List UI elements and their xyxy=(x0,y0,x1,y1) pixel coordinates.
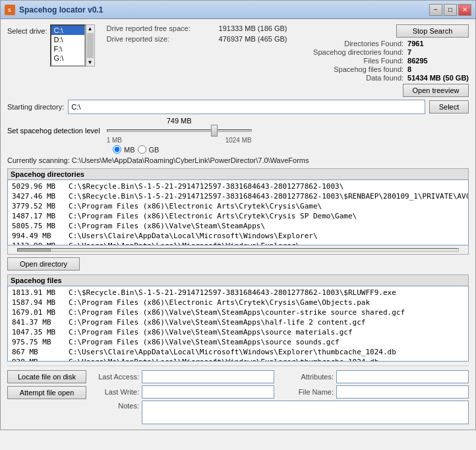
mb-radio[interactable] xyxy=(113,145,121,154)
list-item[interactable]: 975.75 MB C:\Program Files (x86)\Valve\S… xyxy=(11,337,465,347)
file-name-label: File Name: xyxy=(287,388,334,396)
file-action-buttons: Locate file on disk Attempt file open xyxy=(7,370,86,399)
spacehog-files-listbox[interactable]: 1813.91 MB C:\$Recycle.Bin\S-1-5-21-2914… xyxy=(7,286,469,362)
gb-radio[interactable] xyxy=(138,145,146,154)
stats-panel: Stop Search Directories Found: 7961 Spac… xyxy=(313,24,469,97)
starting-dir-label: Starting directory: xyxy=(7,103,64,111)
list-item[interactable]: 3427.46 MB C:\$Recycle.Bin\S-1-5-21-2914… xyxy=(11,191,465,201)
open-treeview-button[interactable]: Open treeview xyxy=(403,84,469,97)
drive-size-row: Drive reported size: 476937 MB (465 GB) xyxy=(107,35,309,43)
spacehog-files-inner: 1813.91 MB C:\$Recycle.Bin\S-1-5-21-2914… xyxy=(8,286,468,362)
close-button[interactable]: ✕ xyxy=(458,4,471,16)
file-meta-panel: Last Access: Attributes: Last Write: Fil… xyxy=(93,370,469,424)
slider-container: 749 MB 1 MB 1024 MB xyxy=(107,117,252,144)
list-item[interactable]: 1679.01 MB C:\Program Files (x86)\Valve\… xyxy=(11,307,465,317)
dirs-h-thumb xyxy=(18,249,51,251)
drive-dropdown[interactable]: C:\ D:\ F:\ G:\ ▲ ▼ xyxy=(50,24,95,67)
list-item[interactable]: 1487.17 MB C:\Program Files (x86)\Electr… xyxy=(11,211,465,221)
list-item[interactable]: 841.37 MB C:\Program Files (x86)\Valve\S… xyxy=(11,317,465,327)
list-item[interactable]: 867 MB C:\Users\Claire\AppData\Local\Mic… xyxy=(11,347,465,357)
maximize-button[interactable]: □ xyxy=(444,4,457,16)
spacehog-files-label: Spacehog files found: xyxy=(313,65,403,73)
detection-label: Set spacehog detection level xyxy=(7,127,100,135)
stop-search-button[interactable]: Stop Search xyxy=(396,24,469,38)
slider-section: Set spacehog detection level 749 MB 1 MB… xyxy=(7,117,469,144)
list-item[interactable]: 1813.91 MB C:\$Recycle.Bin\S-1-5-21-2914… xyxy=(11,288,465,298)
slider-thumb[interactable] xyxy=(211,125,218,137)
slider-value: 749 MB xyxy=(167,117,192,125)
last-write-input[interactable] xyxy=(142,385,274,399)
attributes-row: Attributes: xyxy=(287,370,469,383)
dirs-found-value: 7961 xyxy=(407,40,469,48)
slider-track xyxy=(107,125,252,137)
list-item[interactable]: 3779.52 MB C:\Program Files (x86)\Electr… xyxy=(11,201,465,211)
scroll-up-arrow[interactable]: ▲ xyxy=(88,26,93,32)
bottom-inner: Locate file on disk Attempt file open La… xyxy=(7,370,469,424)
select-button[interactable]: Select xyxy=(429,100,469,113)
attributes-input[interactable] xyxy=(336,370,469,383)
svg-text:S: S xyxy=(8,8,11,13)
bottom-section: Locate file on disk Attempt file open La… xyxy=(7,366,469,424)
scroll-thumb xyxy=(87,33,94,58)
open-dir-section: Open directory xyxy=(7,257,469,271)
list-item[interactable]: 5805.75 MB C:\Program Files (x86)\Valve\… xyxy=(11,221,465,231)
spacehog-files-header: Spacehog files xyxy=(7,274,469,286)
spacehog-files-value: 8 xyxy=(407,65,469,73)
last-access-row: Last Access: xyxy=(93,370,274,383)
drive-select-label: Select drive: xyxy=(7,27,47,35)
drive-option-c[interactable]: C:\ xyxy=(51,26,84,35)
window-controls: − □ ✕ xyxy=(429,4,471,16)
dirs-found-label: Directories Found: xyxy=(313,40,403,48)
file-name-input[interactable] xyxy=(336,385,469,399)
open-directory-button[interactable]: Open directory xyxy=(7,257,80,271)
attempt-open-button[interactable]: Attempt file open xyxy=(7,386,86,399)
scroll-down-arrow[interactable]: ▼ xyxy=(88,59,93,65)
data-found-value: 51434 MB (50 GB) xyxy=(407,74,469,82)
gb-label: GB xyxy=(149,146,160,154)
spacehog-dirs-value: 7 xyxy=(407,48,469,56)
free-space-value: 191333 MB (186 GB) xyxy=(219,24,287,32)
app-icon: S xyxy=(5,5,15,15)
dirs-scrollbar-h xyxy=(7,245,469,255)
list-item[interactable]: 1112.99 MB C:\Users\Me\AppData\Local\Mic… xyxy=(11,241,465,245)
top-section: Select drive: C:\ D:\ F:\ G:\ ▲ ▼ xyxy=(7,24,469,97)
radio-group: MB GB xyxy=(7,145,469,154)
drive-scrollbar: ▲ ▼ xyxy=(86,24,95,67)
last-access-input[interactable] xyxy=(142,370,274,383)
list-item[interactable]: 5029.96 MB C:\$Recycle.Bin\S-1-5-21-2914… xyxy=(11,181,465,191)
drive-option-d[interactable]: D:\ xyxy=(51,35,84,44)
slider-line xyxy=(107,129,252,132)
minimize-button[interactable]: − xyxy=(429,4,442,16)
titlebar: S Spacehog locator v0.1 − □ ✕ xyxy=(1,1,475,19)
free-space-label: Drive reported free space: xyxy=(107,24,219,32)
list-item[interactable]: 1587.94 MB C:\Program Files (x86)\Electr… xyxy=(11,298,465,307)
stats-grid: Directories Found: 7961 Spacehog directo… xyxy=(313,40,469,82)
data-found-label: Data found: xyxy=(313,74,403,82)
list-item[interactable]: 1047.35 MB C:\Program Files (x86)\Valve\… xyxy=(11,327,465,337)
starting-dir-input[interactable] xyxy=(68,100,425,114)
spacehog-dirs-section: Spacehog directories 5029.96 MB C:\$Recy… xyxy=(7,168,469,255)
drive-select-section: Select drive: C:\ D:\ F:\ G:\ ▲ ▼ xyxy=(7,24,95,97)
drive-option-g[interactable]: G:\ xyxy=(51,53,84,63)
slider-max-label: 1024 MB xyxy=(225,137,252,144)
scanning-row: Currently scanning: C:\Users\Me\AppData\… xyxy=(7,156,469,164)
list-item[interactable]: 994.49 MB C:\Users\Claire\AppData\Local\… xyxy=(11,231,465,241)
spacehog-dirs-listbox[interactable]: 5029.96 MB C:\$Recycle.Bin\S-1-5-21-2914… xyxy=(7,179,469,245)
drive-option-f[interactable]: F:\ xyxy=(51,44,84,53)
drive-size-label: Drive reported size: xyxy=(107,35,219,43)
files-found-label: Files Found: xyxy=(313,57,403,65)
window-title: Spacehog locator v0.1 xyxy=(19,5,429,15)
free-space-row: Drive reported free space: 191333 MB (18… xyxy=(107,24,309,32)
main-content: Select drive: C:\ D:\ F:\ G:\ ▲ ▼ xyxy=(1,19,475,430)
spacehog-dirs-label: Spacehog directories found: xyxy=(313,48,403,56)
dirs-h-track[interactable] xyxy=(17,248,459,252)
last-write-label: Last Write: xyxy=(93,388,139,396)
list-item[interactable]: 928 MB C:\Users\Me\AppData\Local\Microso… xyxy=(11,357,465,362)
drive-info-panel: Drive reported free space: 191333 MB (18… xyxy=(100,24,309,97)
locate-file-button[interactable]: Locate file on disk xyxy=(7,370,86,383)
drive-size-value: 476937 MB (465 GB) xyxy=(219,35,287,43)
slider-labels: 1 MB 1024 MB xyxy=(107,137,252,144)
mb-label: MB xyxy=(124,146,135,154)
notes-area[interactable] xyxy=(142,401,469,424)
drive-listbox[interactable]: C:\ D:\ F:\ G:\ xyxy=(50,24,86,67)
